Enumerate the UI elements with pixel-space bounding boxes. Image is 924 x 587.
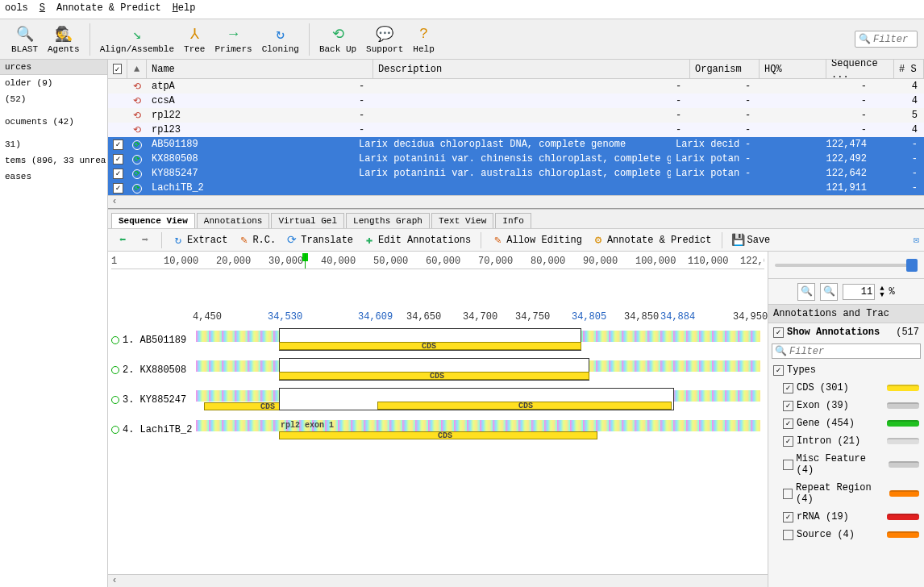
row-checkbox[interactable] <box>113 169 123 179</box>
table-row[interactable]: ⟳KY885247Larix potaninii var. australis … <box>108 166 924 181</box>
cloning-button[interactable]: ↻Cloning <box>257 23 304 56</box>
annotation-type-checkbox[interactable] <box>783 512 793 522</box>
sidebar-item[interactable]: ocuments (42) <box>0 114 107 130</box>
nav-fwd[interactable]: ➡ <box>135 232 155 248</box>
col-num-sequences[interactable]: # S <box>894 60 924 78</box>
agents-button[interactable]: 🕵Agents <box>43 23 85 56</box>
tab-virtual-gel[interactable]: Virtual Gel <box>271 213 344 228</box>
menu-sequence[interactable]: S <box>40 2 45 16</box>
col-organism[interactable]: Organism <box>690 60 760 78</box>
annotations-filter[interactable]: 🔍 <box>772 343 921 359</box>
table-row[interactable]: ⟲ccsA----4 <box>108 94 924 108</box>
table-row[interactable]: ⟲atpA----4 <box>108 79 924 94</box>
seqview-hscroll[interactable]: ‹ <box>108 574 768 587</box>
tab-annotations[interactable]: Annotations <box>197 213 270 228</box>
table-row[interactable]: ⟲rpl23----4 <box>108 123 924 137</box>
track-label: 3. KY885247 <box>111 394 186 406</box>
align-assemble-button[interactable]: ↘Align/Assemble <box>95 23 179 56</box>
annotation-type-row[interactable]: Source (4) <box>768 526 924 543</box>
annotation-type-label: rRNA (19) <box>797 511 849 522</box>
annotation-type-row[interactable]: Intron (21) <box>768 432 924 450</box>
zoom-in-button[interactable]: 🔍 <box>797 283 815 301</box>
viewer-tabs: Sequence ViewAnnotationsVirtual GelLengt… <box>108 210 924 229</box>
sequence-track[interactable]: 2. KX880508CDS <box>111 358 764 385</box>
sidebar-item[interactable]: eases <box>0 169 107 185</box>
row-checkbox[interactable] <box>113 139 123 150</box>
sidebar-item[interactable]: 31) <box>0 136 107 152</box>
blast-button[interactable]: 🔍BLAST <box>6 23 43 56</box>
zoom-value-input[interactable] <box>843 284 875 300</box>
sidebar-item[interactable]: (52) <box>0 91 107 107</box>
row-checkbox[interactable] <box>113 183 123 194</box>
overview-ruler[interactable]: 110,00020,00030,00040,00050,00060,00070,… <box>111 253 764 269</box>
annotate-predict-button[interactable]: ⚙Annotate & Predict <box>589 232 715 248</box>
tab-lengths-graph[interactable]: Lengths Graph <box>346 213 430 228</box>
annotation-type-row[interactable]: Exon (39) <box>768 397 924 414</box>
table-row[interactable]: ⟳KX880508Larix potaninii var. chinensis … <box>108 152 924 166</box>
annotation-type-checkbox[interactable] <box>783 401 793 411</box>
col-name[interactable]: Name <box>147 60 373 78</box>
annotation-type-checkbox[interactable] <box>783 436 793 447</box>
extract-button[interactable]: ↻Extract <box>169 232 231 248</box>
save-button[interactable]: 💾Save <box>729 232 774 248</box>
annotation-type-checkbox[interactable] <box>783 460 793 470</box>
annotation-type-checkbox[interactable] <box>783 383 793 393</box>
annotation-type-row[interactable]: Misc Feature (4) <box>768 450 924 479</box>
edit-annotations-button[interactable]: ✚Edit Annotations <box>360 232 474 248</box>
table-row[interactable]: ⟳AB501189Larix decidua chloroplast DNA, … <box>108 137 924 152</box>
col-hq[interactable]: HQ% <box>760 60 826 78</box>
col-sequence-length[interactable]: Sequence ... <box>826 60 894 78</box>
sequence-track[interactable]: 4. LachiTB_2CDSrpl2 exon 1 <box>111 418 764 445</box>
ruler-tick: 122,642 <box>740 256 764 267</box>
annotations-filter-input[interactable] <box>789 346 918 357</box>
col-checkbox[interactable] <box>108 60 127 78</box>
tab-sequence-view[interactable]: Sequence View <box>111 213 195 228</box>
help-button[interactable]: ?Help <box>408 23 439 56</box>
translate-button[interactable]: ⟳Translate <box>282 232 356 248</box>
annotation-type-checkbox[interactable] <box>783 489 793 499</box>
row-checkbox[interactable] <box>113 154 123 164</box>
sequence-view-canvas[interactable]: 110,00020,00030,00040,00050,00060,00070,… <box>108 252 768 587</box>
col-description[interactable]: Description <box>373 60 690 78</box>
sidebar-item[interactable] <box>0 130 107 136</box>
zoom-slider[interactable] <box>768 252 924 279</box>
tab-info[interactable]: Info <box>495 213 531 228</box>
filter-search[interactable]: 🔍 <box>855 31 918 48</box>
annotation-type-row[interactable]: CDS (301) <box>768 379 924 397</box>
zoom-stepper-icon[interactable]: ▲▼ <box>880 285 884 298</box>
tab-text-view[interactable]: Text View <box>431 213 493 228</box>
back-up-button[interactable]: ⟲Back Up <box>314 23 361 56</box>
ruler-tick: 20,000 <box>216 256 251 267</box>
menu-help[interactable]: Help <box>173 2 196 16</box>
mail-icon[interactable]: ✉ <box>914 234 919 246</box>
support-button[interactable]: 💬Support <box>361 23 408 56</box>
annotation-type-checkbox[interactable] <box>783 418 793 429</box>
sequence-track[interactable]: 1. AB501189CDS <box>111 328 764 356</box>
sidebar-item[interactable]: tems (896, 33 unrea <box>0 152 107 169</box>
sidebar-item[interactable]: older (9) <box>0 75 107 91</box>
annotation-type-row[interactable]: Repeat Region (4) <box>768 479 924 508</box>
primers-button[interactable]: →Primers <box>210 23 256 56</box>
allow-editing-button[interactable]: ✎Allow Editing <box>488 232 585 248</box>
menu-tools[interactable]: ools <box>5 2 28 16</box>
table-row[interactable]: ⟳LachiTB_2121,911- <box>108 181 924 195</box>
zoom-out-button[interactable]: 🔍 <box>820 283 838 301</box>
sequence-track[interactable]: 3. KY885247CDSCDS <box>111 388 764 415</box>
ruler-marker[interactable] <box>305 253 306 269</box>
show-annotations-checkbox[interactable] <box>773 327 784 338</box>
annotation-type-row[interactable]: rRNA (19) <box>768 508 924 526</box>
annotation-type-row[interactable]: Gene (454) <box>768 414 924 432</box>
col-sort[interactable]: ▲ <box>127 60 147 78</box>
zoom-thumb[interactable] <box>906 259 918 272</box>
types-checkbox[interactable] <box>773 365 784 376</box>
table-hscroll[interactable]: ‹ <box>108 195 924 208</box>
nav-back[interactable]: ⬅ <box>113 232 132 248</box>
tree-button[interactable]: ⅄Tree <box>179 23 210 56</box>
rc-button[interactable]: ✎R.C. <box>234 232 279 248</box>
sidebar-item[interactable] <box>0 107 107 114</box>
filter-input[interactable] <box>873 34 914 45</box>
table-row[interactable]: ⟲rpl22----5 <box>108 108 924 123</box>
annotation-type-label: Gene (454) <box>797 418 855 429</box>
menu-annotate-predict[interactable]: Annotate & Predict <box>56 2 161 16</box>
annotation-type-checkbox[interactable] <box>783 530 793 540</box>
